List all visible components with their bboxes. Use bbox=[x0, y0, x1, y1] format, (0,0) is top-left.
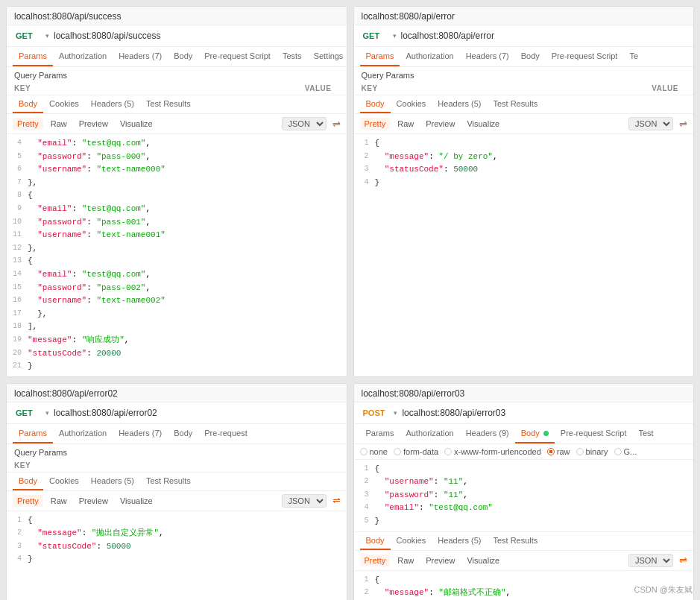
tab-headers-success[interactable]: Headers (7) bbox=[113, 47, 168, 66]
sort-icon-error[interactable]: ⇌ bbox=[679, 119, 687, 130]
sort-icon-success[interactable]: ⇌ bbox=[332, 119, 341, 130]
radio-urlencoded[interactable]: x-www-form-urlencoded bbox=[444, 447, 541, 456]
tab-tests-success[interactable]: Tests bbox=[277, 47, 308, 66]
url-text-success: localhost:8080/api/success bbox=[54, 31, 341, 41]
url-text-error02: localhost:8080/api/error02 bbox=[54, 408, 341, 418]
request-tabs-error02: Params Authorization Headers (7) Body Pr… bbox=[7, 424, 347, 444]
format-preview-error[interactable]: Preview bbox=[421, 118, 459, 130]
method-post-error03: POST bbox=[360, 407, 388, 419]
radio-formdata[interactable]: form-data bbox=[394, 447, 438, 456]
body-tab-body-success[interactable]: Body bbox=[13, 95, 43, 113]
method-chevron-success: ▾ bbox=[45, 32, 49, 40]
tab-settings-success[interactable]: Settings bbox=[308, 47, 347, 66]
tab-authorization-error02[interactable]: Authorization bbox=[53, 424, 113, 443]
format-visualize-success[interactable]: Visualize bbox=[116, 118, 157, 130]
tab-prerequest-error03[interactable]: Pre-request Script bbox=[555, 424, 633, 443]
body-tab-testresults-error[interactable]: Test Results bbox=[487, 95, 543, 113]
format-visualize-error03[interactable]: Visualize bbox=[462, 555, 504, 566]
body-tabs-success: Body Cookies Headers (5) Test Results bbox=[7, 95, 347, 114]
tab-params-error[interactable]: Params bbox=[360, 47, 400, 66]
radio-dot-raw bbox=[547, 448, 555, 455]
tab-authorization-error03[interactable]: Authorization bbox=[400, 424, 459, 443]
body-tab-headers-error02[interactable]: Headers (5) bbox=[85, 473, 140, 490]
method-chevron-error02: ▾ bbox=[45, 409, 49, 417]
panel-api-error03: localhost:8080/api/error03 POST ▾ localh… bbox=[353, 383, 695, 600]
body-tab-cookies-error03[interactable]: Cookies bbox=[391, 532, 432, 550]
tab-te-error[interactable]: Te bbox=[623, 47, 644, 66]
radio-row-error03: none form-data x-www-form-urlencoded raw… bbox=[354, 444, 694, 460]
request-tabs-error03: Params Authorization Headers (9) Body Pr… bbox=[354, 424, 694, 444]
tab-prerequest-error02[interactable]: Pre-request bbox=[198, 424, 253, 443]
format-raw-success[interactable]: Raw bbox=[46, 118, 72, 130]
body-tabs-error02: Body Cookies Headers (5) Test Results bbox=[7, 473, 347, 491]
panel-api-error02: localhost:8080/api/error02 GET ▾ localho… bbox=[6, 383, 347, 600]
panel-api-error: localhost:8080/api/error GET ▾ localhost… bbox=[353, 6, 695, 377]
body-tab-body-error03[interactable]: Body bbox=[360, 532, 391, 550]
format-bar-error: Pretty Raw Preview Visualize JSON ⇌ bbox=[354, 114, 694, 134]
body-tab-cookies-error02[interactable]: Cookies bbox=[43, 473, 85, 490]
radio-graphql[interactable]: G... bbox=[614, 447, 637, 456]
panel-title-error: localhost:8080/api/error bbox=[354, 7, 694, 25]
body-tab-headers-error03[interactable]: Headers (5) bbox=[432, 532, 487, 550]
body-tab-body-error[interactable]: Body bbox=[360, 95, 391, 113]
method-get-error02: GET bbox=[13, 407, 40, 419]
format-raw-error[interactable]: Raw bbox=[393, 118, 418, 130]
tab-params-error03[interactable]: Params bbox=[360, 424, 400, 443]
radio-dot-formdata bbox=[394, 448, 401, 455]
format-pretty-error02[interactable]: Pretty bbox=[13, 495, 43, 507]
radio-binary[interactable]: binary bbox=[576, 447, 608, 456]
url-text-error03: localhost:8080/api/error03 bbox=[402, 408, 687, 418]
format-type-select-error[interactable]: JSON bbox=[628, 117, 673, 130]
format-type-select-error02[interactable]: JSON bbox=[282, 494, 327, 508]
method-get-success: GET bbox=[13, 30, 40, 42]
format-visualize-error02[interactable]: Visualize bbox=[116, 495, 157, 507]
body-tab-headers-success[interactable]: Headers (5) bbox=[85, 95, 140, 113]
format-type-select-success[interactable]: JSON bbox=[282, 117, 327, 130]
url-bar-error: GET ▾ localhost:8080/api/error bbox=[354, 25, 694, 47]
sort-icon-error02[interactable]: ⇌ bbox=[332, 495, 341, 506]
format-preview-success[interactable]: Preview bbox=[75, 118, 113, 130]
format-type-select-error03[interactable]: JSON bbox=[628, 554, 673, 567]
format-raw-error02[interactable]: Raw bbox=[46, 495, 72, 507]
tab-authorization-success[interactable]: Authorization bbox=[53, 47, 113, 66]
tab-params-success[interactable]: Params bbox=[13, 47, 53, 66]
format-bar-success: Pretty Raw Preview Visualize JSON ⇌ bbox=[7, 114, 347, 134]
tab-headers-error[interactable]: Headers (7) bbox=[460, 47, 515, 66]
url-bar-success: GET ▾ localhost:8080/api/success bbox=[7, 25, 347, 47]
tab-body-error[interactable]: Body bbox=[515, 47, 546, 66]
kv-header-error: KEY VALUE bbox=[354, 82, 694, 95]
tab-authorization-error[interactable]: Authorization bbox=[400, 47, 459, 66]
format-pretty-error[interactable]: Pretty bbox=[360, 118, 391, 130]
radio-none[interactable]: none bbox=[360, 447, 388, 456]
body-tab-cookies-success[interactable]: Cookies bbox=[43, 95, 85, 113]
tab-params-error02[interactable]: Params bbox=[13, 424, 53, 443]
tab-headers-error03[interactable]: Headers (9) bbox=[460, 424, 515, 443]
tab-body-success[interactable]: Body bbox=[168, 47, 198, 66]
format-preview-error02[interactable]: Preview bbox=[75, 495, 113, 507]
tab-body-error02[interactable]: Body bbox=[168, 424, 198, 443]
body-tab-testresults-error03[interactable]: Test Results bbox=[487, 532, 543, 550]
body-tabs-error03: Body Cookies Headers (5) Test Results bbox=[354, 532, 694, 551]
format-pretty-error03[interactable]: Pretty bbox=[360, 555, 391, 566]
request-tabs-error: Params Authorization Headers (7) Body Pr… bbox=[354, 47, 694, 67]
format-visualize-error[interactable]: Visualize bbox=[462, 118, 504, 130]
body-tab-headers-error[interactable]: Headers (5) bbox=[432, 95, 487, 113]
body-tab-cookies-error[interactable]: Cookies bbox=[391, 95, 432, 113]
radio-dot-binary bbox=[576, 448, 584, 455]
body-tab-testresults-error02[interactable]: Test Results bbox=[140, 473, 197, 490]
body-tab-body-error02[interactable]: Body bbox=[13, 473, 43, 490]
format-preview-error03[interactable]: Preview bbox=[421, 555, 459, 566]
body-tab-testresults-success[interactable]: Test Results bbox=[140, 95, 197, 113]
sort-icon-error03[interactable]: ⇌ bbox=[679, 555, 687, 566]
format-raw-error03[interactable]: Raw bbox=[393, 555, 418, 566]
format-pretty-success[interactable]: Pretty bbox=[13, 118, 43, 130]
radio-raw[interactable]: raw bbox=[547, 447, 570, 456]
method-get-error: GET bbox=[360, 30, 387, 42]
kv-header-success: KEY VALUE bbox=[7, 82, 347, 95]
tab-prerequest-error[interactable]: Pre-request Script bbox=[546, 47, 624, 66]
tab-test-error03[interactable]: Test bbox=[633, 424, 660, 443]
panel-title-error02: localhost:8080/api/error02 bbox=[7, 384, 347, 402]
tab-prerequest-success[interactable]: Pre-request Script bbox=[198, 47, 277, 66]
tab-body-error03[interactable]: Body bbox=[515, 424, 555, 443]
tab-headers-error02[interactable]: Headers (7) bbox=[113, 424, 168, 443]
